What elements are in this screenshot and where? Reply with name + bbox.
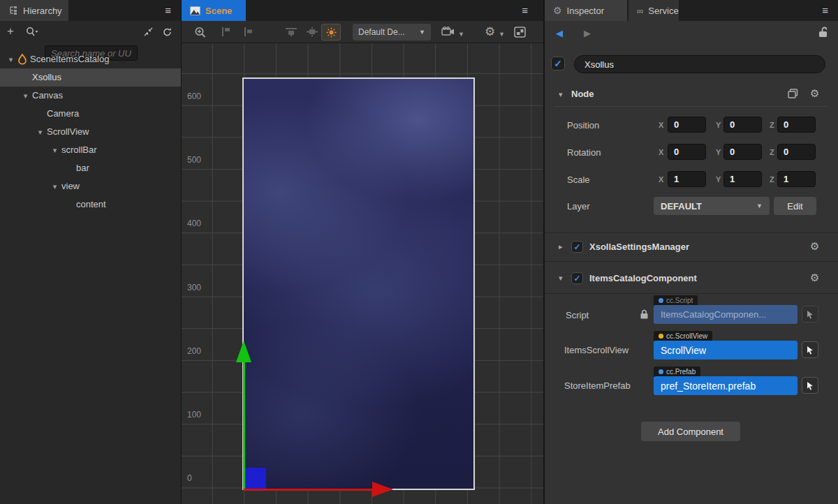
tab-service[interactable]: ∞ Service <box>628 0 679 21</box>
scale-z-input[interactable]: 1 <box>777 171 816 187</box>
paste-component-icon[interactable] <box>788 89 798 98</box>
scale-x-input[interactable]: 1 <box>668 171 706 187</box>
tree-item-scrollview[interactable]: ▾ ScrollView <box>0 123 181 141</box>
align-center-icon[interactable] <box>242 27 253 37</box>
tree-item-canvas[interactable]: ▾ Canvas <box>0 87 181 105</box>
x-axis-gizmo[interactable] <box>244 489 373 491</box>
tree-item-label: content <box>76 195 106 214</box>
rotation-x-input[interactable]: 0 <box>668 144 706 160</box>
tree-item-sceneitemscatalog[interactable]: ▾ SceneItemsCatalog <box>0 50 181 68</box>
layer-value: DEFAULT <box>661 201 702 212</box>
y-axis-gizmo[interactable] <box>243 362 245 490</box>
catalog-component-checkbox[interactable]: ✓ <box>571 272 583 284</box>
type-dot-icon <box>659 369 663 374</box>
distribute-middle-icon[interactable] <box>306 27 318 37</box>
storeitemprefab-picker-button[interactable] <box>802 377 818 394</box>
scrollview-type-tag: cc.ScrollView <box>654 331 712 341</box>
scene-menu-icon[interactable]: ≡ <box>522 0 528 21</box>
scene-light-toggle[interactable] <box>321 24 341 40</box>
service-link-icon: ∞ <box>637 6 643 16</box>
script-type-tag: cc.Script <box>654 295 698 306</box>
expand-caret-icon[interactable]: ▾ <box>19 87 32 105</box>
scale-y-input[interactable]: 1 <box>723 171 762 187</box>
node-active-checkbox[interactable]: ✓ <box>551 57 565 71</box>
layer-edit-button[interactable]: Edit <box>774 197 816 215</box>
ruler-label: 400 <box>187 218 201 228</box>
align-left-icon[interactable] <box>221 27 233 37</box>
design-canvas-preview[interactable] <box>242 77 475 490</box>
history-back-button[interactable]: ◀ <box>556 28 563 38</box>
check-icon: ✓ <box>573 242 580 252</box>
rotation-y-input[interactable]: 0 <box>723 144 762 160</box>
tree-item-xsollus[interactable]: Xsollus <box>0 68 181 87</box>
settings-component-caret-icon[interactable]: ▸ <box>559 242 563 251</box>
scene-camera-icon[interactable] <box>441 27 455 37</box>
node-section-caret-icon[interactable]: ▾ <box>559 90 563 99</box>
distribute-top-icon[interactable] <box>285 27 297 37</box>
check-icon: ✓ <box>554 58 562 69</box>
position-label: Position <box>567 120 599 131</box>
position-y-input[interactable]: 0 <box>723 117 762 133</box>
camera-preset-dropdown[interactable]: Default De... ▼ <box>353 24 431 40</box>
scene-tab-label: Scene <box>205 6 232 16</box>
tree-item-view[interactable]: ▾ view <box>0 177 181 195</box>
expand-caret-icon[interactable]: ▾ <box>34 123 47 141</box>
hierarchy-menu-icon[interactable]: ≡ <box>165 0 171 21</box>
tree-item-camera[interactable]: Camera <box>0 105 181 123</box>
cocos-flame-icon <box>17 54 30 65</box>
unlock-icon[interactable] <box>818 27 828 38</box>
tree-item-bar[interactable]: bar <box>0 159 181 177</box>
tab-inspector[interactable]: ⚙ Inspector <box>545 0 627 21</box>
tab-hierarchy[interactable]: Hierarchy <box>0 0 68 21</box>
storeitemprefab-label: StoreItemPrefab <box>564 380 631 391</box>
inspector-tab-label: Inspector <box>567 6 604 16</box>
settings-component-checkbox[interactable]: ✓ <box>571 241 583 253</box>
scene-viewport-grid[interactable]: 600 500 400 300 200 100 0 <box>182 43 543 504</box>
settings-component-gear-icon[interactable]: ⚙ <box>810 240 819 253</box>
layer-dropdown[interactable]: DEFAULT ▼ <box>654 197 770 215</box>
script-picker-button[interactable] <box>802 306 818 323</box>
picker-cursor-icon <box>806 310 814 319</box>
axis-x-label: X <box>659 175 663 184</box>
expand-caret-icon[interactable]: ▾ <box>4 50 17 68</box>
axis-z-label: Z <box>770 175 774 184</box>
position-x-input[interactable]: 0 <box>668 117 706 133</box>
axis-y-label: Y <box>716 175 721 184</box>
tab-scene[interactable]: Scene <box>182 0 246 21</box>
catalog-component-caret-icon[interactable]: ▾ <box>559 274 563 283</box>
tree-item-scrollbar[interactable]: ▾ scrollBar <box>0 141 181 159</box>
node-settings-gear-icon[interactable]: ⚙ <box>810 87 819 100</box>
itemsscrollview-picker-button[interactable] <box>802 341 818 358</box>
scale-label: Scale <box>567 175 590 185</box>
expand-caret-icon[interactable]: ▾ <box>48 177 61 195</box>
node-name-value: Xsollus <box>585 59 614 70</box>
rotation-z-input[interactable]: 0 <box>777 144 816 160</box>
axis-z-label: Z <box>770 148 774 156</box>
tree-item-content[interactable]: content <box>0 195 181 214</box>
scene-gear-icon[interactable]: ⚙ <box>485 24 495 39</box>
inspector-menu-icon[interactable]: ≡ <box>822 0 828 21</box>
expand-caret-icon[interactable]: ▾ <box>48 141 61 159</box>
y-axis-arrowhead-icon <box>236 341 251 362</box>
search-filter-icon[interactable] <box>25 27 39 38</box>
collapse-all-icon[interactable] <box>143 27 154 37</box>
layout-icon[interactable] <box>514 27 526 38</box>
tree-item-label: view <box>61 177 80 195</box>
catalog-component-gear-icon[interactable]: ⚙ <box>810 272 819 284</box>
history-forward-button[interactable]: ▶ <box>584 28 591 38</box>
zoom-icon[interactable] <box>194 27 207 38</box>
itemsscrollview-reference-field[interactable]: ScrollView <box>654 341 797 360</box>
storeitemprefab-reference-field[interactable]: pref_StoreItem.prefab <box>654 376 797 395</box>
script-reference-field[interactable]: ItemsCatalogComponen... <box>654 305 797 324</box>
origin-node-square[interactable] <box>245 468 266 489</box>
position-z-input[interactable]: 0 <box>777 117 816 133</box>
scene-panel: Scene ≡ Default De... ▼ <box>182 0 543 504</box>
picker-cursor-icon <box>806 381 814 390</box>
ruler-label: 100 <box>187 410 201 420</box>
add-component-button[interactable]: Add Component <box>641 422 740 441</box>
script-label: Script <box>566 310 589 320</box>
ruler-label: 500 <box>187 155 201 165</box>
refresh-icon[interactable] <box>162 27 172 37</box>
create-node-button[interactable]: + <box>7 24 14 38</box>
node-name-field[interactable]: Xsollus <box>574 55 825 73</box>
